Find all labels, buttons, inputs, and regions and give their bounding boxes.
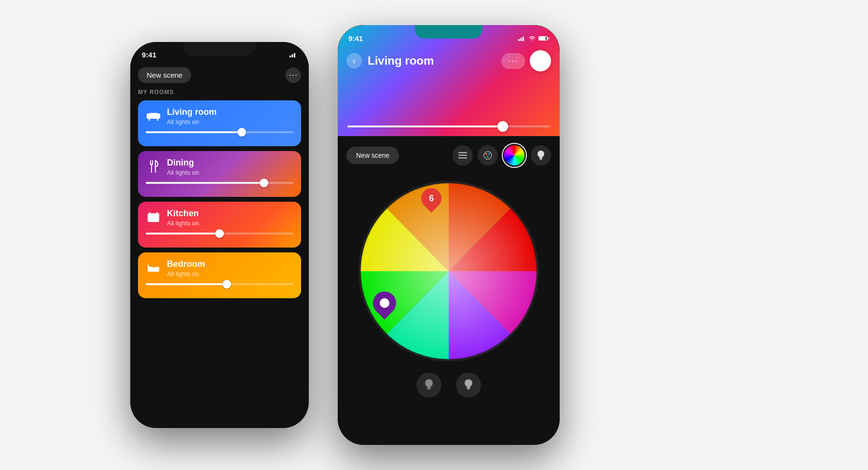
svg-rect-11 — [150, 164, 153, 165]
svg-point-36 — [485, 153, 487, 155]
svg-rect-31 — [539, 37, 546, 40]
bulb-icon-2 — [463, 378, 474, 392]
header-more-button[interactable]: ··· — [501, 53, 525, 69]
svg-rect-12 — [151, 165, 152, 173]
svg-rect-27 — [523, 37, 524, 41]
color-wheel[interactable] — [357, 180, 540, 363]
svg-rect-22 — [154, 267, 159, 269]
brightness-bar-dining[interactable] — [146, 182, 293, 184]
bulb-icon-1 — [424, 378, 434, 392]
light-settings-button[interactable] — [531, 145, 551, 166]
toolbar-left: New scene ··· — [130, 63, 309, 89]
svg-rect-49 — [427, 388, 430, 389]
room-info-bedroom: Bedroom All lights on — [167, 259, 293, 277]
stove-icon — [146, 209, 161, 225]
svg-rect-41 — [540, 159, 542, 160]
new-scene-button-left[interactable]: New scene — [138, 67, 191, 83]
room-info-living: Living room All lights on — [167, 107, 293, 125]
svg-rect-0 — [289, 55, 291, 57]
svg-point-37 — [488, 153, 490, 155]
list-view-button[interactable] — [453, 145, 473, 166]
color-pin-bubble: 6 — [417, 184, 445, 212]
svg-rect-4 — [147, 113, 149, 119]
room-title: Living room — [368, 54, 501, 68]
back-button[interactable]: ‹ — [346, 53, 362, 69]
room-sub-bedroom: All lights on — [167, 270, 293, 277]
room-card-dining[interactable]: Dining All lights on — [138, 151, 301, 197]
svg-rect-18 — [149, 212, 151, 214]
svg-rect-19 — [156, 212, 158, 214]
svg-point-35 — [484, 152, 492, 159]
notch-right — [415, 25, 482, 39]
room-name-kitchen: Kitchen — [167, 208, 293, 219]
sofa-icon — [146, 108, 161, 124]
room-header-bar: ‹ Living room ··· — [338, 46, 560, 71]
brightness-bar-living[interactable] — [146, 131, 293, 133]
bulb-icon — [536, 149, 546, 162]
room-header-bg: 9:41 — [338, 25, 560, 136]
room-card-bedroom[interactable]: Bedroom All lights on — [138, 252, 301, 298]
svg-rect-5 — [158, 113, 160, 119]
room-sub-kitchen: All lights on — [167, 220, 293, 227]
signal-icon-right — [518, 36, 526, 41]
new-scene-button-right[interactable]: New scene — [346, 147, 399, 164]
phone-right: 9:41 — [338, 25, 560, 445]
brightness-bar-kitchen[interactable] — [146, 233, 293, 235]
signal-icon-left — [289, 52, 297, 57]
svg-rect-48 — [427, 387, 431, 388]
color-section: New scene — [338, 136, 560, 398]
room-sub-living: All lights on — [167, 118, 293, 125]
color-pin-number: 6 — [429, 194, 434, 204]
svg-rect-51 — [467, 387, 470, 388]
svg-rect-29 — [548, 37, 549, 39]
wifi-icon-right — [528, 35, 536, 41]
svg-rect-8 — [157, 119, 158, 121]
status-icons-right — [518, 35, 549, 41]
header-slider-area — [347, 125, 550, 127]
color-wheel-container: 6 — [346, 180, 551, 363]
status-icons-left — [289, 52, 297, 57]
color-wheel-button[interactable] — [503, 144, 526, 167]
svg-rect-2 — [294, 53, 295, 57]
svg-rect-1 — [292, 54, 293, 57]
room-info-dining: Dining All lights on — [167, 158, 293, 176]
svg-point-38 — [487, 156, 489, 158]
color-pin[interactable]: 6 — [421, 188, 441, 213]
header-brightness-slider[interactable] — [347, 125, 550, 127]
svg-rect-6 — [149, 113, 158, 115]
light-bulb-button-2[interactable] — [456, 373, 481, 398]
svg-point-39 — [537, 151, 544, 157]
status-time-right: 9:41 — [348, 34, 363, 42]
palette-icon — [483, 151, 493, 160]
room-name-bedroom: Bedroom — [167, 259, 293, 269]
scene: 9:41 New scene ··· MY ROOMS — [0, 0, 868, 470]
bottom-lights — [346, 373, 551, 398]
svg-rect-32 — [458, 152, 467, 153]
header-white-button[interactable] — [530, 50, 551, 71]
svg-rect-40 — [539, 157, 543, 159]
palette-button[interactable] — [478, 145, 498, 166]
svg-point-50 — [465, 379, 472, 387]
room-card-living[interactable]: Living room All lights on — [138, 100, 301, 146]
svg-rect-24 — [148, 270, 159, 271]
room-name-living: Living room — [167, 107, 293, 117]
room-card-kitchen[interactable]: Kitchen All lights on — [138, 202, 301, 248]
svg-rect-3 — [148, 115, 159, 119]
brightness-bar-bedroom[interactable] — [146, 283, 293, 285]
purple-cursor-inner — [380, 298, 389, 308]
fork-icon — [146, 159, 161, 174]
room-info-kitchen: Kitchen All lights on — [167, 208, 293, 227]
svg-rect-26 — [521, 38, 522, 41]
room-name-dining: Dining — [167, 158, 293, 168]
light-bulb-button-1[interactable] — [416, 373, 441, 398]
battery-icon-right — [538, 36, 549, 41]
section-label: MY ROOMS — [130, 89, 309, 100]
notch-left — [183, 42, 256, 55]
phone-left: 9:41 New scene ··· MY ROOMS — [130, 42, 309, 428]
status-time-left: 9:41 — [142, 51, 156, 59]
svg-rect-33 — [458, 155, 467, 156]
color-tool-btns — [453, 144, 551, 167]
more-button-left[interactable]: ··· — [286, 68, 301, 83]
svg-rect-25 — [518, 39, 520, 41]
room-sub-dining: All lights on — [167, 169, 293, 176]
